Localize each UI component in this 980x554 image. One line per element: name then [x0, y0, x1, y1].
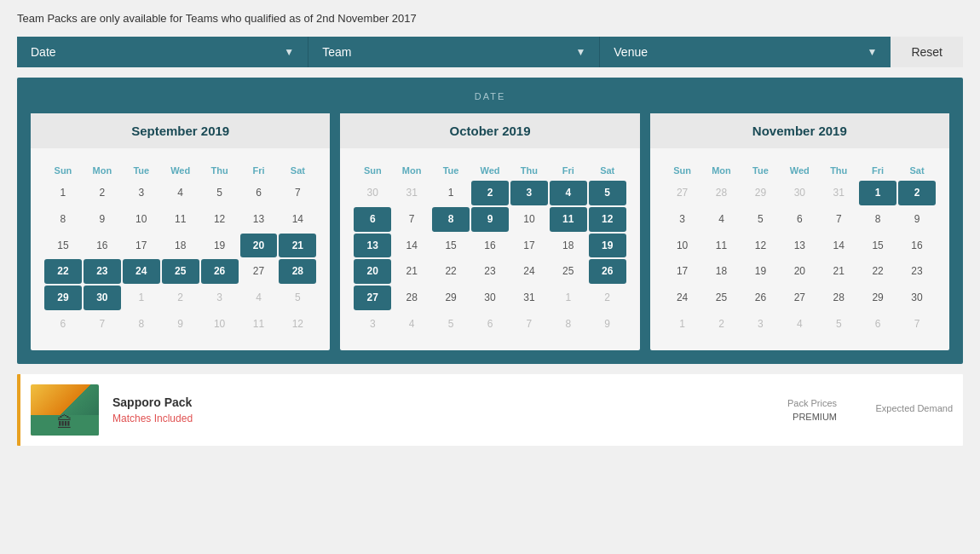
day-cell[interactable]: 8 — [550, 312, 587, 337]
day-cell-highlight[interactable]: 20 — [354, 259, 391, 284]
day-cell[interactable]: 6 — [859, 312, 896, 337]
day-cell-highlight[interactable]: 5 — [589, 181, 626, 205]
day-cell-highlight[interactable]: 4 — [550, 181, 587, 205]
day-cell[interactable]: 15 — [859, 234, 896, 258]
day-cell[interactable]: 16 — [471, 234, 509, 258]
day-cell[interactable]: 12 — [201, 207, 239, 232]
day-cell[interactable]: 5 — [279, 286, 316, 310]
day-cell-highlight[interactable]: 2 — [471, 181, 509, 205]
day-cell[interactable]: 30 — [471, 286, 509, 310]
day-cell[interactable]: 6 — [44, 312, 82, 337]
day-cell[interactable]: 3 — [741, 312, 779, 337]
day-cell-highlight[interactable]: 23 — [84, 259, 121, 284]
day-cell[interactable]: 1 — [123, 286, 160, 310]
day-cell[interactable]: 16 — [84, 234, 121, 258]
day-cell-highlight[interactable]: 28 — [279, 259, 316, 284]
day-cell[interactable]: 7 — [898, 312, 936, 337]
day-cell[interactable]: 3 — [354, 312, 391, 337]
day-cell[interactable]: 22 — [859, 259, 896, 284]
reset-button[interactable]: Reset — [891, 37, 963, 67]
day-cell[interactable]: 13 — [240, 207, 278, 232]
day-cell[interactable]: 7 — [279, 181, 316, 205]
day-cell[interactable]: 2 — [162, 286, 199, 310]
day-cell[interactable]: 24 — [510, 259, 548, 284]
day-cell[interactable]: 4 — [393, 312, 430, 337]
day-cell[interactable]: 19 — [741, 259, 779, 284]
day-cell[interactable]: 2 — [84, 181, 121, 205]
day-cell[interactable]: 25 — [703, 286, 741, 310]
day-cell[interactable]: 19 — [201, 234, 239, 258]
day-cell[interactable]: 28 — [703, 181, 741, 205]
day-cell[interactable]: 9 — [898, 207, 936, 232]
day-cell[interactable]: 1 — [550, 286, 587, 310]
day-cell[interactable]: 4 — [703, 207, 741, 232]
day-cell-highlight[interactable]: 12 — [589, 207, 626, 232]
day-cell-highlight[interactable]: 1 — [859, 181, 896, 205]
day-cell[interactable]: 28 — [820, 286, 857, 310]
day-cell[interactable]: 12 — [279, 312, 316, 337]
day-cell[interactable]: 17 — [664, 259, 701, 284]
day-cell[interactable]: 11 — [240, 312, 278, 337]
day-cell[interactable]: 7 — [84, 312, 121, 337]
day-cell-highlight[interactable]: 26 — [201, 259, 239, 284]
day-cell[interactable]: 30 — [354, 181, 391, 205]
day-cell[interactable]: 29 — [741, 181, 779, 205]
day-cell-highlight[interactable]: 27 — [354, 286, 391, 310]
day-cell[interactable]: 23 — [471, 259, 509, 284]
day-cell-highlight[interactable]: 13 — [354, 234, 391, 258]
day-cell[interactable]: 30 — [898, 286, 936, 310]
day-cell-highlight[interactable]: 11 — [550, 207, 587, 232]
sapporo-pack-card[interactable]: Sapporo Pack Matches Included Pack Price… — [17, 374, 963, 446]
day-cell[interactable]: 28 — [393, 286, 430, 310]
day-cell[interactable]: 30 — [781, 181, 818, 205]
day-cell[interactable]: 18 — [162, 234, 199, 258]
day-cell[interactable]: 7 — [510, 312, 548, 337]
day-cell-highlight[interactable]: 24 — [123, 259, 160, 284]
day-cell[interactable]: 5 — [741, 207, 779, 232]
day-cell[interactable]: 1 — [664, 312, 701, 337]
day-cell[interactable]: 18 — [703, 259, 741, 284]
day-cell[interactable]: 1 — [44, 181, 82, 205]
day-cell[interactable]: 10 — [123, 207, 160, 232]
day-cell[interactable]: 1 — [432, 181, 470, 205]
day-cell[interactable]: 4 — [781, 312, 818, 337]
day-cell[interactable]: 8 — [123, 312, 160, 337]
day-cell-highlight[interactable]: 29 — [44, 286, 82, 310]
day-cell[interactable]: 5 — [201, 181, 239, 205]
day-cell-highlight[interactable]: 25 — [162, 259, 199, 284]
day-cell[interactable]: 9 — [589, 312, 626, 337]
day-cell[interactable]: 12 — [741, 234, 779, 258]
day-cell[interactable]: 14 — [279, 207, 316, 232]
day-cell[interactable]: 27 — [664, 181, 701, 205]
day-cell[interactable]: 15 — [44, 234, 82, 258]
day-cell[interactable]: 29 — [432, 286, 470, 310]
day-cell[interactable]: 21 — [820, 259, 857, 284]
day-cell-highlight[interactable]: 9 — [471, 207, 509, 232]
day-cell[interactable]: 16 — [898, 234, 936, 258]
day-cell[interactable]: 18 — [550, 234, 587, 258]
day-cell-highlight[interactable]: 19 — [589, 234, 626, 258]
day-cell[interactable]: 15 — [432, 234, 470, 258]
day-cell-highlight[interactable]: 20 — [240, 234, 278, 258]
day-cell-highlight[interactable]: 6 — [354, 207, 391, 232]
day-cell[interactable]: 3 — [123, 181, 160, 205]
day-cell-highlight[interactable]: 8 — [432, 207, 470, 232]
day-cell-highlight[interactable]: 22 — [44, 259, 82, 284]
day-cell[interactable]: 6 — [471, 312, 509, 337]
day-cell[interactable]: 25 — [550, 259, 587, 284]
day-cell[interactable]: 8 — [859, 207, 896, 232]
day-cell[interactable]: 9 — [162, 312, 199, 337]
date-filter[interactable]: Date ▼ — [17, 37, 308, 67]
day-cell[interactable]: 4 — [240, 286, 278, 310]
day-cell[interactable]: 2 — [703, 312, 741, 337]
day-cell[interactable]: 14 — [393, 234, 430, 258]
day-cell[interactable]: 27 — [240, 259, 278, 284]
day-cell[interactable]: 29 — [859, 286, 896, 310]
day-cell[interactable]: 7 — [820, 207, 857, 232]
day-cell[interactable]: 27 — [781, 286, 818, 310]
day-cell[interactable]: 3 — [201, 286, 239, 310]
day-cell-highlight[interactable]: 3 — [510, 181, 548, 205]
day-cell[interactable]: 10 — [664, 234, 701, 258]
day-cell[interactable]: 8 — [44, 207, 82, 232]
day-cell[interactable]: 3 — [664, 207, 701, 232]
